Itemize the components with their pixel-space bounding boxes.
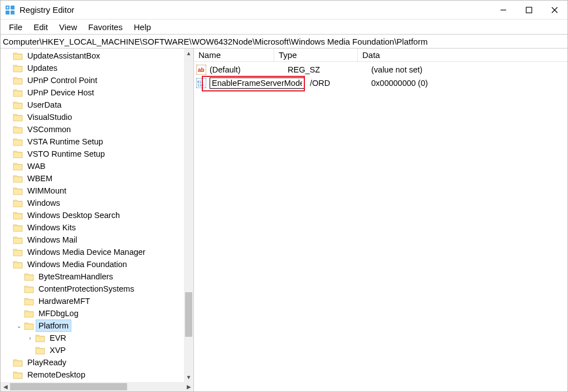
folder-icon <box>24 321 34 330</box>
folder-icon <box>13 358 23 367</box>
tree-item[interactable]: ›EVR <box>1 332 193 344</box>
tree-item[interactable]: Windows Media Foundation <box>1 258 193 270</box>
tree-horizontal-scrollbar[interactable]: ◀ ▶ <box>1 382 193 391</box>
scroll-up-arrow-icon[interactable]: ▲ <box>184 49 193 58</box>
list-row[interactable]: /ORD0x00000000 (0) <box>194 76 567 90</box>
tree-item[interactable]: Windows Desktop Search <box>1 209 193 221</box>
menu-favorites[interactable]: Favorites <box>83 21 128 33</box>
tree-item[interactable]: VSTO Runtime Setup <box>1 148 193 160</box>
tree-item[interactable]: Windows Mail <box>1 234 193 246</box>
list-row[interactable]: (Default)REG_SZ(value not set) <box>194 63 567 76</box>
tree-item[interactable]: UpdateAssistantBox <box>1 50 193 62</box>
tree-item[interactable]: Windows <box>1 197 193 209</box>
tree-item-label: Windows <box>25 197 62 209</box>
scroll-thumb[interactable] <box>185 292 192 337</box>
tree-item[interactable]: WIMMount <box>1 185 193 197</box>
tree-item-label: UpdateAssistantBox <box>25 50 103 61</box>
value-name-cell <box>210 76 288 90</box>
menu-help[interactable]: Help <box>129 21 156 33</box>
tree-item-label: EVR <box>47 332 69 343</box>
tree-item[interactable]: ⌄Platform <box>1 320 193 332</box>
tree-item[interactable]: ContentProtectionSystems <box>1 283 193 295</box>
tree-item-label: VisualStudio <box>25 112 74 123</box>
tree-item[interactable]: PlayReady <box>1 356 193 369</box>
tree-item-label: PlayReady <box>25 357 69 368</box>
tree-item[interactable]: Windows Kits <box>1 221 193 234</box>
tree-item-label: VSTA Runtime Setup <box>25 136 105 147</box>
tree-item-label: VSCommon <box>25 124 73 135</box>
tree-item-label: Windows Mail <box>25 234 79 245</box>
tree-vertical-scrollbar[interactable]: ▲ ▼ <box>184 49 193 382</box>
folder-icon <box>13 370 23 379</box>
menu-edit[interactable]: Edit <box>28 21 53 33</box>
tree-item-label: ContentProtectionSystems <box>36 283 137 294</box>
menu-view[interactable]: View <box>54 21 82 33</box>
hscroll-track[interactable] <box>10 382 184 391</box>
scroll-down-arrow-icon[interactable]: ▼ <box>184 372 193 382</box>
folder-icon <box>13 113 23 122</box>
window-title: Registry Editor <box>20 5 74 14</box>
tree-item[interactable]: ByteStreamHandlers <box>1 270 193 283</box>
address-path: Computer\HKEY_LOCAL_MACHINE\SOFTWARE\WOW… <box>3 37 428 46</box>
expand-icon[interactable]: › <box>26 334 34 342</box>
folder-icon <box>13 51 23 60</box>
tree-item[interactable]: Windows Media Device Manager <box>1 246 193 258</box>
tree-item-label: RemoteDesktop <box>25 369 88 380</box>
svg-rect-3 <box>11 11 14 14</box>
value-name-edit-input[interactable] <box>210 78 304 89</box>
tree-item-label: Windows Media Device Manager <box>25 246 148 258</box>
tree-item[interactable]: UPnP Device Host <box>1 86 193 99</box>
collapse-icon[interactable]: ⌄ <box>15 322 23 330</box>
tree-item[interactable]: UPnP Control Point <box>1 74 193 86</box>
folder-icon <box>13 260 23 269</box>
scroll-track[interactable] <box>184 58 193 372</box>
tree-pane: UpdateAssistantBoxUpdatesUPnP Control Po… <box>1 49 194 391</box>
minimize-button[interactable] <box>491 1 516 20</box>
tree-item[interactable]: VisualStudio <box>1 111 193 123</box>
maximize-button[interactable] <box>516 1 542 20</box>
tree-item[interactable]: WAB <box>1 160 193 172</box>
value-data-cell: (value not set) <box>371 63 567 76</box>
svg-rect-5 <box>526 7 532 13</box>
scroll-right-arrow-icon[interactable]: ▶ <box>184 382 193 391</box>
tree-item[interactable]: Updates <box>1 62 193 74</box>
folder-icon <box>24 272 34 281</box>
string-value-icon <box>196 65 206 75</box>
tree-item-label: HardwareMFT <box>36 296 93 307</box>
folder-icon <box>13 199 23 207</box>
folder-icon <box>13 211 23 220</box>
address-bar[interactable]: Computer\HKEY_LOCAL_MACHINE\SOFTWARE\WOW… <box>1 34 567 49</box>
column-header-type[interactable]: Type <box>274 49 358 61</box>
column-header-data[interactable]: Data <box>358 49 567 61</box>
folder-icon <box>13 64 23 72</box>
column-header-name[interactable]: Name <box>194 49 274 61</box>
titlebar: Registry Editor <box>1 1 567 20</box>
tree-item-label: XVP <box>47 345 68 356</box>
tree-item-label: UserData <box>25 99 64 110</box>
folder-icon <box>35 346 45 355</box>
tree-item[interactable]: MFDbgLog <box>1 307 193 320</box>
tree-item[interactable]: RemoteDesktop <box>1 369 193 381</box>
svg-rect-2 <box>6 11 9 14</box>
folder-icon <box>13 235 23 244</box>
menu-file[interactable]: File <box>4 21 27 33</box>
value-type-cell: REG_SZ <box>288 63 371 76</box>
folder-icon <box>13 137 23 146</box>
folder-icon <box>13 88 23 97</box>
registry-editor-window: Registry Editor File Edit View Favorites… <box>0 0 568 392</box>
tree-item[interactable]: UserData <box>1 99 193 111</box>
tree-item[interactable]: VSCommon <box>1 123 193 135</box>
binary-value-icon <box>196 78 206 88</box>
tree-item[interactable]: VSTA Runtime Setup <box>1 135 193 148</box>
tree-item-label: MFDbgLog <box>36 308 81 319</box>
close-button[interactable] <box>542 1 567 20</box>
list-header: Name Type Data <box>194 49 567 62</box>
tree-item[interactable]: WBEM <box>1 172 193 185</box>
scroll-left-arrow-icon[interactable]: ◀ <box>1 382 10 391</box>
registry-tree[interactable]: UpdateAssistantBoxUpdatesUPnP Control Po… <box>1 49 193 381</box>
tree-item-label: VSTO Runtime Setup <box>25 148 107 159</box>
tree-item[interactable]: HardwareMFT <box>1 295 193 307</box>
hscroll-thumb[interactable] <box>10 383 127 390</box>
tree-item[interactable]: XVP <box>1 344 193 356</box>
value-name-label: (Default) <box>210 65 241 74</box>
